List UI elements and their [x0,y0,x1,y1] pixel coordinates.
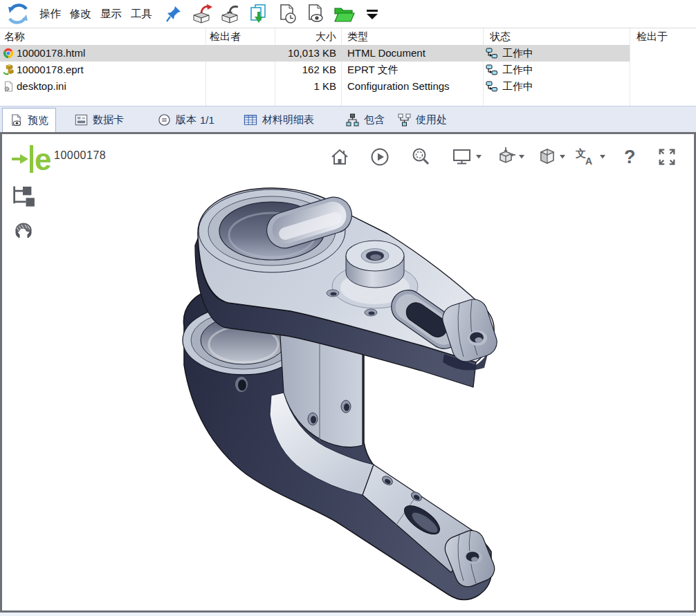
tab-label: 版本 [176,113,196,127]
play-icon[interactable] [369,146,391,168]
check-out-icon[interactable] [190,3,214,25]
where-used-hierarchy-icon [398,113,411,127]
tab-label: 预览 [28,114,48,127]
fullscreen-icon[interactable] [656,146,678,168]
help-icon[interactable]: ? [618,146,640,168]
view-orientation-icon[interactable] [536,146,558,168]
tab-where-used[interactable]: 使用处 [398,106,447,133]
section-view-icon[interactable] [10,220,35,248]
open-folder-icon[interactable] [332,3,356,25]
tab-version[interactable]: 版本 1/1 [158,106,214,133]
data-card-icon [75,113,88,127]
file-type: EPRT 文件 [347,62,399,78]
file-name: desktop.ini [17,78,66,95]
column-header-status[interactable]: 状态 [490,28,511,45]
rotate-3d-caret[interactable] [519,155,524,159]
workflow-state-icon [486,81,497,92]
tab-label: 包含 [364,113,385,127]
cad-part-viewport[interactable] [176,178,506,608]
part-name: 10000178 [54,149,106,162]
workflow-state-icon [486,64,497,75]
tab-label: 材料明细表 [262,113,314,127]
file-name: 10000178.eprt [17,62,84,78]
check-in-icon[interactable] [219,3,242,25]
version-count: 1/1 [200,114,214,126]
menu-display[interactable]: 显示 [100,7,122,21]
tab-data-card[interactable]: 数据卡 [75,106,124,133]
menu-modify[interactable]: 修改 [70,7,91,21]
components-tree-icon[interactable] [10,184,35,212]
menu-tools[interactable]: 工具 [131,7,152,21]
version-circle-icon [158,113,171,127]
more-actions-icon[interactable] [360,3,384,25]
file-list: 名称 检出者 大小 类型 状态 检出于 10000178.html 10,013… [0,28,696,106]
edrawings-logo: e [10,142,51,174]
workflow-state-icon [486,48,497,59]
contains-hierarchy-icon [346,113,359,127]
display-options-caret[interactable] [476,155,482,159]
home-icon[interactable] [329,146,351,168]
tab-label: 使用处 [416,113,447,127]
preview-file-icon[interactable] [304,3,327,25]
help-glyph: ? [624,147,636,167]
column-header-checked-out-at[interactable]: 检出于 [637,28,668,45]
lang-glyph-primary: 文 [575,147,586,159]
table-row[interactable]: 10000178.html 10,013 KB HTML Document 工作… [0,45,696,62]
column-header-size[interactable]: 大小 [278,28,336,45]
tab-contains[interactable]: 包含 [346,106,385,133]
cad-part-model [183,188,500,600]
window-bottom-edge [0,613,696,616]
pdm-file-viewer-window: 操作 修改 显示 工具 [0,0,696,616]
edrawings-preview-panel: e 10000178 [0,132,696,613]
get-version-icon[interactable] [275,3,299,25]
edrawings-part-icon [3,64,14,75]
file-type: HTML Document [347,45,425,62]
logo-letter: e [35,142,51,174]
bom-table-icon [244,113,257,127]
column-header-name[interactable]: 名称 [4,28,25,45]
file-size: 10,013 KB [271,45,336,62]
file-name: 10000178.html [17,45,85,62]
panel-tabs: 预览 数据卡 版本 1/1 [0,106,696,132]
file-size: 162 KB [271,62,336,78]
view-orientation-caret[interactable] [560,155,565,159]
file-status: 工作中 [502,62,533,78]
language-icon[interactable]: 文 A [575,146,597,168]
file-size: 1 KB [271,78,336,95]
file-type: Configuration Settings [347,78,450,95]
main-toolbar: 操作 修改 显示 工具 [0,0,696,28]
table-row[interactable]: 10000178.eprt 162 KB EPRT 文件 工作中 [0,62,696,78]
zoom-fit-icon[interactable] [410,146,432,168]
tab-preview[interactable]: 预览 [2,108,56,133]
language-caret[interactable] [600,155,605,159]
file-status: 工作中 [502,45,533,62]
pdm-logo-icon[interactable] [6,1,30,26]
ini-settings-icon [3,81,14,92]
tab-label: 数据卡 [93,113,124,127]
menu-actions[interactable]: 操作 [39,7,61,21]
pin-icon[interactable] [162,3,185,25]
file-status: 工作中 [502,78,533,95]
column-header-type[interactable]: 类型 [347,28,368,45]
tab-bom[interactable]: 材料明细表 [244,106,314,133]
get-latest-version-icon[interactable] [247,3,271,25]
preview-doc-eye-icon [10,114,23,127]
table-row[interactable]: desktop.ini 1 KB Configuration Settings … [0,78,696,95]
lang-glyph-secondary: A [585,156,592,167]
rotate-3d-icon[interactable] [495,146,517,168]
chrome-html-icon [3,48,14,59]
column-header-checked-out-by[interactable]: 检出者 [210,28,241,45]
display-options-icon[interactable] [451,146,473,168]
